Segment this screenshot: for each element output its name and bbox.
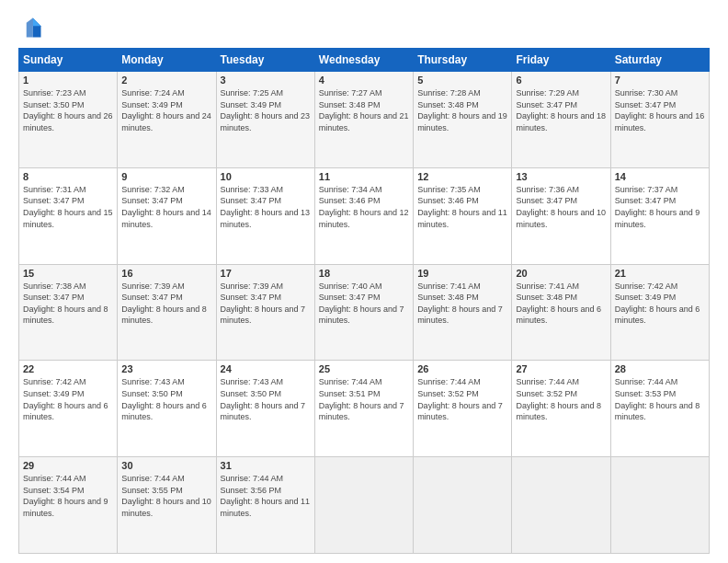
day-number: 27 xyxy=(516,363,606,374)
calendar-cell: 9Sunrise: 7:32 AMSunset: 3:47 PMDaylight… xyxy=(118,167,216,264)
day-info: Sunrise: 7:41 AMSunset: 3:48 PMDaylight:… xyxy=(417,281,507,327)
day-number: 15 xyxy=(23,268,113,279)
day-number: 2 xyxy=(121,75,211,86)
day-info: Sunrise: 7:42 AMSunset: 3:49 PMDaylight:… xyxy=(615,281,705,327)
day-number: 24 xyxy=(221,363,311,374)
day-info: Sunrise: 7:30 AMSunset: 3:47 PMDaylight:… xyxy=(615,87,705,133)
day-number: 9 xyxy=(121,171,211,182)
calendar-cell: 3Sunrise: 7:25 AMSunset: 3:49 PMDaylight… xyxy=(216,72,314,168)
day-number: 25 xyxy=(319,363,409,374)
day-info: Sunrise: 7:31 AMSunset: 3:47 PMDaylight:… xyxy=(23,184,113,230)
day-info: Sunrise: 7:44 AMSunset: 3:51 PMDaylight:… xyxy=(319,376,409,422)
day-info: Sunrise: 7:37 AMSunset: 3:47 PMDaylight:… xyxy=(615,184,705,230)
calendar-cell: 29Sunrise: 7:44 AMSunset: 3:54 PMDayligh… xyxy=(19,457,118,554)
day-info: Sunrise: 7:44 AMSunset: 3:53 PMDaylight:… xyxy=(615,376,705,422)
day-number: 20 xyxy=(516,268,606,279)
calendar-cell: 2Sunrise: 7:24 AMSunset: 3:49 PMDaylight… xyxy=(118,72,216,168)
calendar-cell: 14Sunrise: 7:37 AMSunset: 3:47 PMDayligh… xyxy=(610,167,709,264)
calendar-cell: 19Sunrise: 7:41 AMSunset: 3:48 PMDayligh… xyxy=(414,264,512,361)
header xyxy=(18,15,710,40)
day-number: 8 xyxy=(23,171,113,182)
calendar-cell: 15Sunrise: 7:38 AMSunset: 3:47 PMDayligh… xyxy=(19,264,118,361)
day-number: 14 xyxy=(615,171,705,182)
calendar-cell: 17Sunrise: 7:39 AMSunset: 3:47 PMDayligh… xyxy=(216,264,314,361)
calendar-cell: 22Sunrise: 7:42 AMSunset: 3:49 PMDayligh… xyxy=(19,361,118,457)
day-info: Sunrise: 7:44 AMSunset: 3:52 PMDaylight:… xyxy=(417,376,507,422)
svg-marker-2 xyxy=(27,18,33,38)
calendar-cell: 25Sunrise: 7:44 AMSunset: 3:51 PMDayligh… xyxy=(314,361,413,457)
day-number: 3 xyxy=(221,75,311,86)
day-info: Sunrise: 7:34 AMSunset: 3:46 PMDaylight:… xyxy=(319,184,409,230)
col-header-wednesday: Wednesday xyxy=(314,49,413,72)
logo xyxy=(18,15,48,40)
calendar-cell: 6Sunrise: 7:29 AMSunset: 3:47 PMDaylight… xyxy=(512,72,610,168)
day-info: Sunrise: 7:32 AMSunset: 3:47 PMDaylight:… xyxy=(121,184,211,230)
calendar-week-3: 15Sunrise: 7:38 AMSunset: 3:47 PMDayligh… xyxy=(19,264,710,361)
col-header-tuesday: Tuesday xyxy=(216,49,314,72)
day-number: 22 xyxy=(23,363,113,374)
calendar-cell: 16Sunrise: 7:39 AMSunset: 3:47 PMDayligh… xyxy=(118,264,216,361)
day-number: 10 xyxy=(221,171,311,182)
calendar-cell: 24Sunrise: 7:43 AMSunset: 3:50 PMDayligh… xyxy=(216,361,314,457)
calendar-cell: 30Sunrise: 7:44 AMSunset: 3:55 PMDayligh… xyxy=(118,457,216,554)
calendar-cell: 20Sunrise: 7:41 AMSunset: 3:48 PMDayligh… xyxy=(512,264,610,361)
day-number: 6 xyxy=(516,75,606,86)
calendar-header-row: SundayMondayTuesdayWednesdayThursdayFrid… xyxy=(19,49,710,72)
col-header-saturday: Saturday xyxy=(610,49,709,72)
calendar-cell: 21Sunrise: 7:42 AMSunset: 3:49 PMDayligh… xyxy=(610,264,709,361)
calendar-cell: 31Sunrise: 7:44 AMSunset: 3:56 PMDayligh… xyxy=(216,457,314,554)
day-number: 7 xyxy=(615,75,705,86)
day-number: 18 xyxy=(319,268,409,279)
calendar-cell: 28Sunrise: 7:44 AMSunset: 3:53 PMDayligh… xyxy=(610,361,709,457)
calendar-cell: 1Sunrise: 7:23 AMSunset: 3:50 PMDaylight… xyxy=(19,72,118,168)
day-info: Sunrise: 7:41 AMSunset: 3:48 PMDaylight:… xyxy=(516,281,606,327)
day-number: 5 xyxy=(417,75,507,86)
svg-marker-1 xyxy=(33,18,41,27)
calendar-week-2: 8Sunrise: 7:31 AMSunset: 3:47 PMDaylight… xyxy=(19,167,710,264)
day-number: 12 xyxy=(417,171,507,182)
day-info: Sunrise: 7:39 AMSunset: 3:47 PMDaylight:… xyxy=(121,281,211,327)
day-number: 28 xyxy=(615,363,705,374)
calendar-cell: 26Sunrise: 7:44 AMSunset: 3:52 PMDayligh… xyxy=(414,361,512,457)
calendar-cell xyxy=(314,457,413,554)
calendar-table: SundayMondayTuesdayWednesdayThursdayFrid… xyxy=(18,48,710,554)
calendar-week-4: 22Sunrise: 7:42 AMSunset: 3:49 PMDayligh… xyxy=(19,361,710,457)
day-info: Sunrise: 7:28 AMSunset: 3:48 PMDaylight:… xyxy=(417,87,507,133)
calendar-cell xyxy=(414,457,512,554)
logo-icon xyxy=(18,15,44,40)
col-header-friday: Friday xyxy=(512,49,610,72)
day-info: Sunrise: 7:27 AMSunset: 3:48 PMDaylight:… xyxy=(319,87,409,133)
day-info: Sunrise: 7:36 AMSunset: 3:47 PMDaylight:… xyxy=(516,184,606,230)
calendar-cell: 5Sunrise: 7:28 AMSunset: 3:48 PMDaylight… xyxy=(414,72,512,168)
day-info: Sunrise: 7:42 AMSunset: 3:49 PMDaylight:… xyxy=(23,376,113,422)
day-info: Sunrise: 7:39 AMSunset: 3:47 PMDaylight:… xyxy=(221,281,311,327)
col-header-monday: Monday xyxy=(118,49,216,72)
day-info: Sunrise: 7:44 AMSunset: 3:52 PMDaylight:… xyxy=(516,376,606,422)
day-number: 26 xyxy=(417,363,507,374)
calendar-cell: 4Sunrise: 7:27 AMSunset: 3:48 PMDaylight… xyxy=(314,72,413,168)
day-number: 16 xyxy=(121,268,211,279)
day-number: 4 xyxy=(319,75,409,86)
day-info: Sunrise: 7:38 AMSunset: 3:47 PMDaylight:… xyxy=(23,281,113,327)
calendar-cell: 11Sunrise: 7:34 AMSunset: 3:46 PMDayligh… xyxy=(314,167,413,264)
calendar-week-5: 29Sunrise: 7:44 AMSunset: 3:54 PMDayligh… xyxy=(19,457,710,554)
day-number: 23 xyxy=(121,363,211,374)
day-info: Sunrise: 7:29 AMSunset: 3:47 PMDaylight:… xyxy=(516,87,606,133)
calendar-cell: 18Sunrise: 7:40 AMSunset: 3:47 PMDayligh… xyxy=(314,264,413,361)
day-info: Sunrise: 7:43 AMSunset: 3:50 PMDaylight:… xyxy=(121,376,211,422)
day-info: Sunrise: 7:35 AMSunset: 3:46 PMDaylight:… xyxy=(417,184,507,230)
calendar-cell: 23Sunrise: 7:43 AMSunset: 3:50 PMDayligh… xyxy=(118,361,216,457)
calendar-cell xyxy=(512,457,610,554)
day-number: 1 xyxy=(23,75,113,86)
day-number: 21 xyxy=(615,268,705,279)
page: SundayMondayTuesdayWednesdayThursdayFrid… xyxy=(0,0,728,563)
day-info: Sunrise: 7:25 AMSunset: 3:49 PMDaylight:… xyxy=(221,87,311,133)
day-number: 11 xyxy=(319,171,409,182)
calendar-cell: 13Sunrise: 7:36 AMSunset: 3:47 PMDayligh… xyxy=(512,167,610,264)
day-info: Sunrise: 7:44 AMSunset: 3:56 PMDaylight:… xyxy=(221,473,311,519)
day-info: Sunrise: 7:24 AMSunset: 3:49 PMDaylight:… xyxy=(121,87,211,133)
col-header-sunday: Sunday xyxy=(19,49,118,72)
calendar-cell: 27Sunrise: 7:44 AMSunset: 3:52 PMDayligh… xyxy=(512,361,610,457)
day-number: 19 xyxy=(417,268,507,279)
day-info: Sunrise: 7:40 AMSunset: 3:47 PMDaylight:… xyxy=(319,281,409,327)
